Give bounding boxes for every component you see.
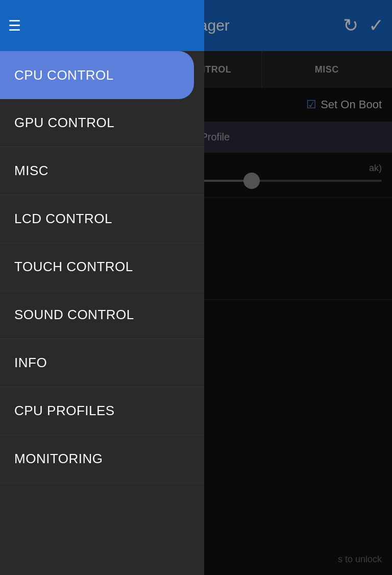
drawer-item-monitoring[interactable]: MONITORING <box>0 435 204 483</box>
drawer-item-info[interactable]: INFO <box>0 339 204 387</box>
drawer-item-sound-control[interactable]: SOUND CONTROL <box>0 291 204 339</box>
drawer-nav-list: CPU CONTROL GPU CONTROL MISC LCD CONTROL… <box>0 51 204 575</box>
drawer-item-cpu-control[interactable]: CPU CONTROL <box>0 51 194 99</box>
drawer-item-lcd-control[interactable]: LCD CONTROL <box>0 195 204 243</box>
drawer-menu-icon[interactable]: ☰ <box>8 17 21 34</box>
drawer-item-gpu-control[interactable]: GPU CONTROL <box>0 99 204 147</box>
navigation-drawer: ☰ CPU CONTROL GPU CONTROL MISC LCD CONTR… <box>0 0 204 575</box>
drawer-header: ☰ <box>0 0 204 51</box>
drawer-item-cpu-profiles[interactable]: CPU PROFILES <box>0 387 204 435</box>
drawer-item-misc[interactable]: MISC <box>0 147 204 195</box>
drawer-item-touch-control[interactable]: TOUCH CONTROL <box>0 243 204 291</box>
